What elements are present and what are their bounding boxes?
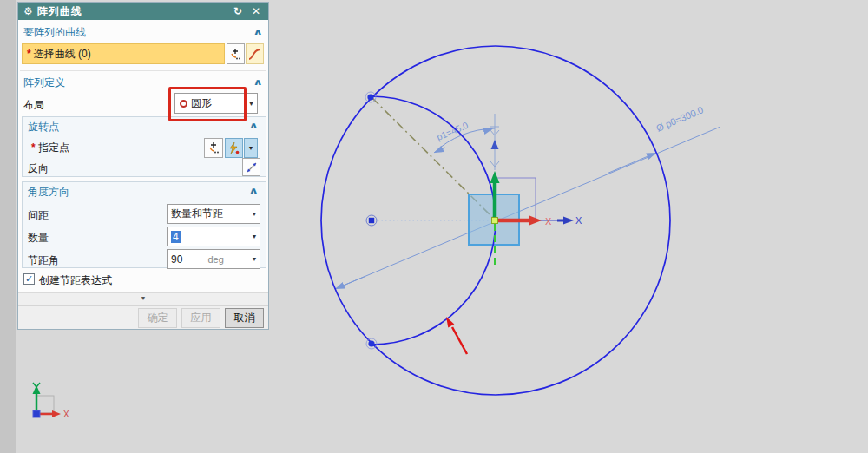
dialog-footer: ▼ 确定 应用 取消: [18, 292, 268, 329]
red-x-axis-label[interactable]: X: [545, 216, 552, 226]
angle-collapse-chevron-icon[interactable]: ∧: [248, 186, 258, 195]
curves-collapse-chevron-icon[interactable]: ∧: [253, 27, 262, 36]
angle-dimension[interactable]: p1=45.0: [434, 114, 499, 170]
rotation-section-header: 旋转点: [28, 120, 59, 135]
pitch-angle-input[interactable]: 90 deg ▼: [167, 249, 260, 269]
lightning-icon: [228, 142, 240, 154]
section-divider: [20, 70, 266, 71]
reverse-direction-icon: [246, 161, 258, 174]
inferred-point-button[interactable]: [225, 138, 243, 158]
layout-dropdown[interactable]: 圆形 ▼: [174, 93, 258, 114]
window-edge-strip: [0, 0, 16, 453]
chevron-down-icon: ▼: [248, 145, 254, 151]
reverse-direction-button[interactable]: [242, 158, 260, 176]
check-icon: ✓: [25, 274, 33, 284]
select-curve-label: 选择曲线 (0): [34, 47, 91, 62]
pitch-expression-label: 创建节距表达式: [39, 273, 112, 288]
blue-arrow-icon: [563, 217, 574, 225]
origin-handle[interactable]: [492, 218, 498, 224]
circular-layout-icon: [180, 100, 187, 108]
diameter-dim-label[interactable]: Ø p0=300.0: [654, 104, 705, 134]
pitch-unit-label: deg: [208, 254, 224, 265]
blue-x-axis-label[interactable]: X: [575, 215, 582, 226]
count-value: 4: [171, 231, 181, 243]
pitch-angle-value: 90: [171, 253, 182, 266]
count-input[interactable]: 4 ▼: [167, 226, 260, 246]
point-dialog-button[interactable]: [227, 43, 245, 64]
point-dialog-button-2[interactable]: [204, 138, 223, 158]
chevron-down-icon[interactable]: ▼: [249, 205, 260, 223]
view-triad: X: [33, 383, 70, 419]
arc-endpoint-bottom[interactable]: [366, 338, 377, 349]
footer-divider: [18, 305, 268, 306]
spacing-dropdown[interactable]: 数量和节距 ▼: [167, 204, 260, 224]
pitch-angle-label: 节距角: [28, 253, 59, 268]
ok-button[interactable]: 确定: [138, 308, 177, 328]
point-constructor-icon: [207, 141, 220, 154]
curves-section-header: 要阵列的曲线: [23, 25, 86, 40]
pattern-curve-dialog: ⚙ 阵列曲线 ↻ ✕ 要阵列的曲线 ∧ * 选择曲线 (0) 阵列定义 ∧ 布局…: [17, 2, 269, 330]
definition-collapse-chevron-icon[interactable]: ∧: [253, 77, 262, 87]
angle-section-header: 角度方向: [28, 185, 69, 200]
triad-x-label: X: [63, 410, 69, 419]
chevron-down-icon[interactable]: ▼: [249, 227, 260, 246]
layout-label: 布局: [23, 98, 44, 113]
dialog-titlebar[interactable]: ⚙ 阵列曲线 ↻ ✕: [18, 3, 268, 20]
select-curve-field[interactable]: * 选择曲线 (0): [22, 43, 225, 64]
chevron-down-icon[interactable]: ▼: [249, 250, 260, 268]
curve-icon: [248, 49, 261, 60]
rotation-point-marker[interactable]: [366, 215, 377, 226]
apply-button[interactable]: 应用: [181, 308, 220, 328]
dialog-title: 阵列曲线: [37, 4, 227, 19]
rotation-collapse-chevron-icon[interactable]: ∧: [248, 121, 258, 130]
layout-value: 圆形: [191, 96, 212, 111]
show-more-button[interactable]: ▼: [18, 295, 268, 301]
specify-point-label: * 指定点: [31, 141, 69, 155]
arc-endpoint-top[interactable]: [365, 92, 376, 102]
pitch-expression-checkbox[interactable]: ✓: [23, 273, 35, 285]
point-constructor-icon: [229, 48, 242, 61]
cancel-button[interactable]: 取消: [225, 308, 264, 328]
curve-rule-button[interactable]: [246, 43, 264, 64]
definition-section-header: 阵列定义: [23, 76, 65, 90]
required-asterisk: *: [27, 48, 31, 60]
rotation-point-group: 旋转点 ∧ * 指定点 ▼ 反向: [22, 116, 266, 177]
count-label: 数量: [28, 231, 49, 246]
spacing-label: 间距: [28, 208, 49, 223]
reverse-label: 反向: [28, 161, 49, 176]
chevron-down-icon[interactable]: ▼: [245, 94, 257, 113]
close-icon[interactable]: ✕: [249, 5, 263, 17]
diameter-dimension[interactable]: Ø p0=300.0: [335, 104, 720, 289]
reset-icon[interactable]: ↻: [231, 5, 245, 17]
gear-icon: ⚙: [23, 6, 33, 16]
spacing-value: 数量和节距: [171, 207, 223, 221]
annotation-arrow: [446, 317, 467, 354]
point-type-dropdown[interactable]: ▼: [244, 138, 258, 158]
angle-direction-group: 角度方向 ∧ 间距 数量和节距 ▼ 数量 4 ▼ 节距角 90 deg ▼: [22, 181, 266, 268]
axis-direction-arrow-icon[interactable]: [491, 140, 499, 149]
